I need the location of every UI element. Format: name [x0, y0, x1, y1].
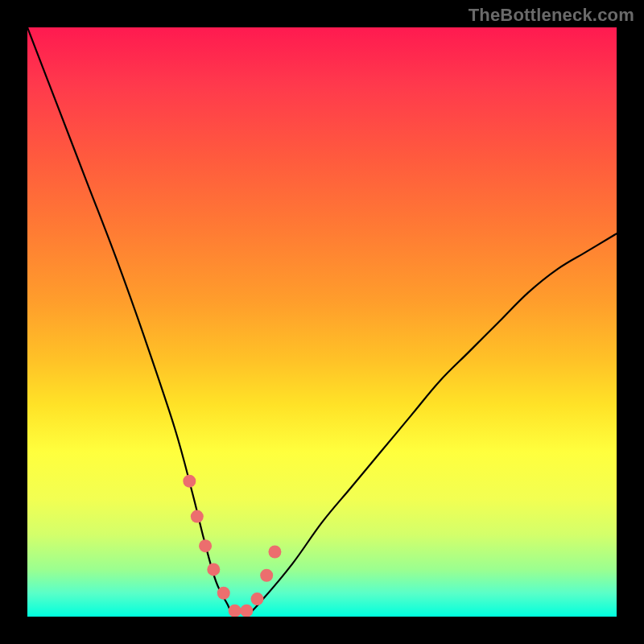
- optimal-zone-marker: [240, 605, 253, 617]
- optimal-zone-marker: [191, 510, 204, 523]
- optimal-zone-marker: [268, 545, 281, 558]
- optimal-zone-marker: [229, 605, 242, 617]
- optimal-zone-marker: [260, 569, 273, 582]
- optimal-zone-marker: [207, 563, 220, 576]
- optimal-zone-marker: [199, 539, 212, 552]
- bottleneck-curve-path: [27, 27, 617, 617]
- chart-overlay-svg: [27, 27, 617, 617]
- optimal-zone-marker: [183, 475, 196, 488]
- chart-plot-area: [27, 27, 617, 617]
- optimal-zone-marker: [250, 592, 263, 605]
- watermark-text: TheBottleneck.com: [469, 5, 634, 26]
- optimal-zone-marker: [217, 587, 230, 600]
